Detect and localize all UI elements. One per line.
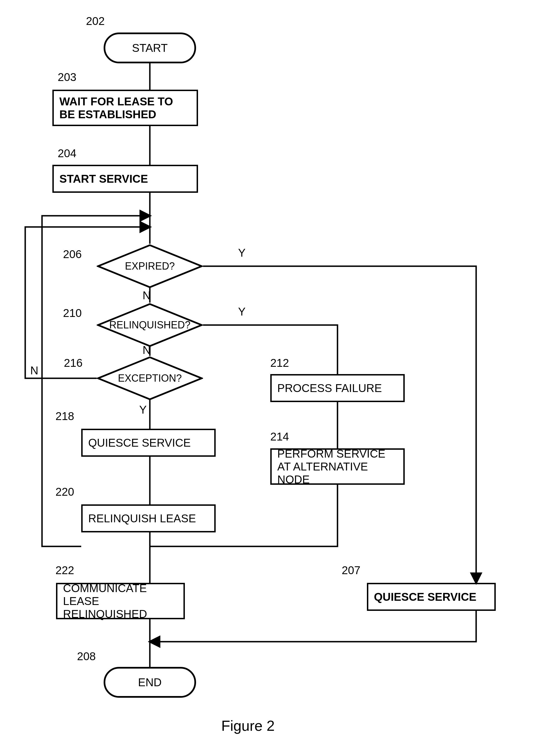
flowchart-canvas: 202 203 204 206 210 216 212 218 214 220 … [0, 0, 547, 756]
connectors [0, 0, 547, 756]
